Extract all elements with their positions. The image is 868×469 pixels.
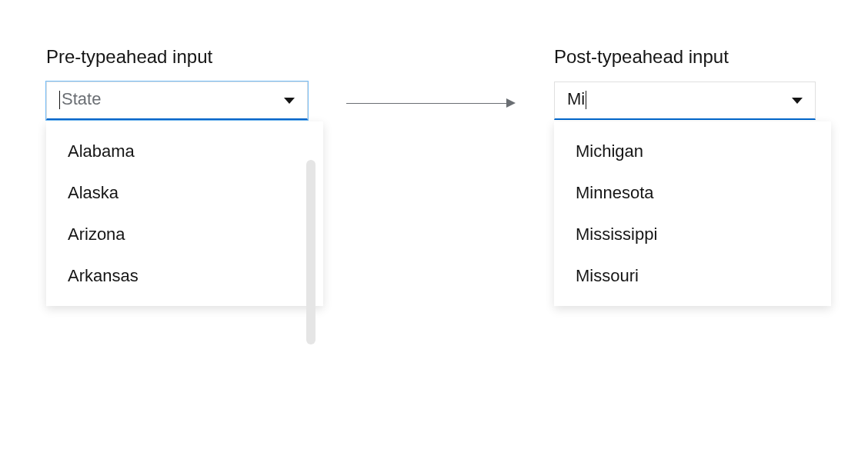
scrollbar-thumb[interactable] bbox=[306, 160, 315, 344]
state-input-placeholder: State bbox=[59, 91, 101, 109]
state-input-filtered[interactable]: Mi bbox=[554, 81, 816, 120]
state-dropdown: Alabama Alaska Arizona Arkansas bbox=[46, 121, 323, 306]
post-typeahead-combo: Mi Michigan Minnesota Mississippi Missou… bbox=[554, 81, 816, 120]
dropdown-option[interactable]: Arizona bbox=[46, 214, 323, 255]
text-cursor bbox=[586, 91, 586, 109]
pre-typeahead-combo: State Alabama Alaska Arizona Arkansas bbox=[46, 81, 308, 120]
dropdown-option[interactable]: Mississippi bbox=[554, 214, 831, 255]
dropdown-option[interactable]: Minnesota bbox=[554, 172, 831, 214]
dropdown-option[interactable]: Alaska bbox=[46, 172, 323, 214]
state-input[interactable]: State bbox=[46, 81, 308, 120]
state-input-value: Mi bbox=[567, 91, 586, 109]
arrow-line bbox=[346, 103, 506, 104]
text-cursor bbox=[59, 91, 60, 109]
caret-down-icon[interactable] bbox=[792, 98, 803, 104]
arrow-divider bbox=[346, 98, 516, 108]
scrollbar[interactable] bbox=[306, 160, 315, 344]
dropdown-option[interactable]: Michigan bbox=[554, 131, 831, 172]
dropdown-option[interactable]: Alabama bbox=[46, 131, 323, 172]
state-dropdown-filtered: Michigan Minnesota Mississippi Missouri bbox=[554, 121, 831, 306]
caret-down-icon[interactable] bbox=[284, 98, 295, 104]
post-typeahead-label: Post-typeahead input bbox=[554, 46, 816, 68]
arrow-right-icon bbox=[506, 98, 516, 108]
dropdown-option[interactable]: Missouri bbox=[554, 255, 831, 297]
post-typeahead-column: Post-typeahead input Mi Michigan Minneso… bbox=[554, 46, 816, 120]
dropdown-option[interactable]: Arkansas bbox=[46, 255, 323, 297]
pre-typeahead-label: Pre-typeahead input bbox=[46, 46, 308, 68]
pre-typeahead-column: Pre-typeahead input State Alabama Alaska… bbox=[46, 46, 308, 120]
